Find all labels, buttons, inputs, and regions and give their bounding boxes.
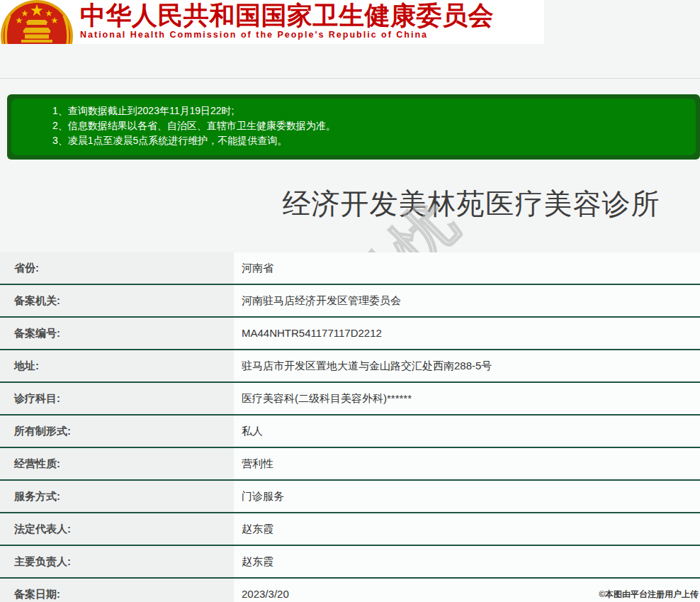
page-title-institution-name: 经济开发美林苑医疗美容诊所 [0, 184, 700, 223]
row-value: 门诊服务 [234, 481, 700, 512]
table-row-address: 地址: 驻马店市开发区置地大道与金山路交汇处西南288-5号 [0, 350, 700, 383]
table-row-province: 省份: 河南省 [0, 252, 700, 285]
row-label: 所有制形式: [0, 416, 234, 447]
row-label: 诊疗科目: [0, 383, 234, 414]
table-row-service-mode: 服务方式: 门诊服务 [0, 481, 700, 513]
table-row-record-date: 备案日期: 2023/3/20 [0, 579, 700, 602]
table-row-principal: 主要负责人: 赵东霞 [0, 546, 700, 579]
row-value: 赵东霞 [234, 513, 700, 545]
row-label: 法定代表人: [0, 513, 234, 545]
upload-credit-note: ©本图由平台注册用户上传 [599, 589, 699, 601]
row-label: 备案编号: [0, 318, 234, 349]
row-label: 备案日期: [0, 579, 234, 602]
row-label: 备案机关: [0, 285, 234, 316]
header-divider [0, 78, 700, 79]
row-value: 赵东霞 [234, 546, 700, 577]
row-label: 省份: [0, 252, 234, 284]
table-row-clinical-departments: 诊疗科目: 医疗美容科(二级科目美容外科)****** [0, 383, 700, 416]
row-value: MA44NHTR541177117D2212 [234, 318, 700, 349]
row-label: 服务方式: [0, 481, 234, 512]
row-label: 地址: [0, 350, 234, 381]
row-value: 私人 [234, 416, 700, 447]
row-label: 主要负责人: [0, 546, 234, 577]
header-text-block: 中华人民共和国国家卫生健康委员会 National Health Commiss… [80, 2, 534, 40]
header-title-en: National Health Commission of the People… [80, 30, 534, 40]
notice-item-1: 1、查询数据截止到2023年11月19日22时; [52, 104, 689, 118]
table-row-record-number: 备案编号: MA44NHTR541177117D2212 [0, 318, 700, 350]
national-emblem-icon [0, 0, 75, 44]
table-row-record-authority: 备案机关: 河南驻马店经济开发区管理委员会 [0, 285, 700, 318]
table-row-ownership-type: 所有制形式: 私人 [0, 416, 700, 448]
notice-item-2: 2、信息数据结果以各省、自治区、直辖市卫生健康委数据为准。 [52, 118, 689, 133]
notice-item-3: 3、凌晨1点至凌晨5点系统进行维护，不能提供查询。 [52, 133, 689, 148]
row-value: 营利性 [234, 448, 700, 479]
site-header: 中华人民共和国国家卫生健康委员会 National Health Commiss… [0, 0, 544, 44]
notice-box: 1、查询数据截止到2023年11月19日22时; 2、信息数据结果以各省、自治区… [7, 94, 700, 160]
row-value: 河南省 [234, 252, 700, 284]
row-value: 医疗美容科(二级科目美容外科)****** [234, 383, 700, 414]
table-row-legal-representative: 法定代表人: 赵东霞 [0, 513, 700, 546]
notice-inner: 1、查询数据截止到2023年11月19日22时; 2、信息数据结果以各省、自治区… [11, 99, 696, 155]
row-label: 经营性质: [0, 448, 234, 479]
table-row-business-nature: 经营性质: 营利性 [0, 448, 700, 481]
row-value: 河南驻马店经济开发区管理委员会 [234, 285, 700, 316]
row-value: 驻马店市开发区置地大道与金山路交汇处西南288-5号 [234, 350, 700, 381]
record-table: 省份: 河南省 备案机关: 河南驻马店经济开发区管理委员会 备案编号: MA44… [0, 252, 700, 602]
header-title-cn: 中华人民共和国国家卫生健康委员会 [80, 2, 534, 29]
